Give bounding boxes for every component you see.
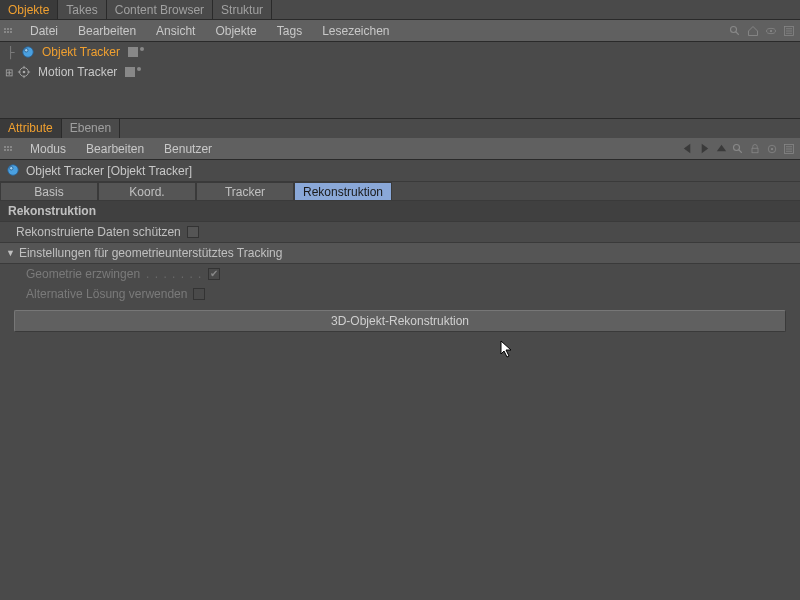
layer-tag-icon[interactable]	[128, 47, 138, 57]
triangle-down-icon: ▼	[6, 248, 15, 258]
force-geometry-label: Geometrie erzwingen	[26, 267, 140, 281]
attribute-panel-tabs: Attribute Ebenen	[0, 119, 800, 138]
row-protect-data: Rekonstruierte Daten schützen	[0, 222, 800, 242]
svg-point-26	[10, 166, 14, 170]
tab-takes[interactable]: Takes	[58, 0, 106, 19]
prop-tab-tracker[interactable]: Tracker	[196, 182, 294, 200]
objects-menubar: Datei Bearbeiten Ansicht Objekte Tags Le…	[0, 20, 800, 42]
motion-tracker-icon	[16, 64, 32, 80]
alt-solution-checkbox[interactable]	[193, 288, 205, 300]
svg-point-11	[23, 71, 26, 74]
menu-datei[interactable]: Datei	[20, 22, 68, 40]
svg-point-3	[770, 29, 772, 31]
menu-ansicht[interactable]: Ansicht	[146, 22, 205, 40]
tree-connector-icon: ├	[4, 46, 18, 58]
row-alt-solution: Alternative Lösung verwenden	[0, 284, 800, 304]
svg-line-17	[739, 149, 742, 152]
prop-tab-rekonstruktion[interactable]: Rekonstruktion	[294, 182, 392, 200]
svg-point-9	[25, 49, 29, 53]
sphere-icon	[20, 44, 36, 60]
layer-tag-icon[interactable]	[125, 67, 135, 77]
menu-objekte[interactable]: Objekte	[205, 22, 266, 40]
property-tabs: Basis Koord. Tracker Rekonstruktion	[0, 182, 800, 201]
nav-back-icon[interactable]	[680, 142, 694, 156]
tab-objekte[interactable]: Objekte	[0, 0, 58, 19]
tab-ebenen[interactable]: Ebenen	[62, 119, 120, 138]
object-header-title: Objekt Tracker [Objekt Tracker]	[26, 164, 192, 178]
force-geometry-checkbox[interactable]: ✔	[208, 268, 220, 280]
svg-point-0	[731, 26, 737, 32]
attribute-menubar: Modus Bearbeiten Benutzer	[0, 138, 800, 160]
eye-icon[interactable]	[764, 24, 778, 38]
panel-menu-icon[interactable]	[782, 24, 796, 38]
object-header: Objekt Tracker [Objekt Tracker]	[0, 160, 800, 182]
menu-lesezeichen[interactable]: Lesezeichen	[312, 22, 399, 40]
panel-menu-icon[interactable]	[782, 142, 796, 156]
tree-label[interactable]: Objekt Tracker	[38, 45, 124, 59]
tree-row-objekt-tracker[interactable]: ├ Objekt Tracker	[0, 42, 800, 62]
prop-tab-basis[interactable]: Basis	[0, 182, 98, 200]
section-heading-rekonstruktion: Rekonstruktion	[0, 201, 800, 222]
alt-solution-label: Alternative Lösung verwenden	[26, 287, 187, 301]
svg-rect-18	[752, 148, 758, 153]
object-tree: ├ Objekt Tracker ⊞ Motion Tracker	[0, 42, 800, 94]
search-icon[interactable]	[731, 142, 745, 156]
dots-separator: . . . . . . .	[146, 267, 202, 281]
tab-struktur[interactable]: Struktur	[213, 0, 272, 19]
search-icon[interactable]	[728, 24, 742, 38]
expand-icon[interactable]: ⊞	[4, 67, 14, 78]
svg-line-1	[736, 31, 739, 34]
svg-point-8	[23, 47, 34, 58]
menu-bearbeiten[interactable]: Bearbeiten	[76, 140, 154, 158]
menu-tags[interactable]: Tags	[267, 22, 312, 40]
tree-tags[interactable]	[125, 67, 141, 77]
protect-data-label: Rekonstruierte Daten schützen	[16, 225, 181, 239]
tab-bar-spacer	[120, 119, 800, 138]
lock-icon[interactable]	[748, 142, 762, 156]
visibility-dot-icon[interactable]	[140, 47, 144, 51]
3d-reconstruction-button[interactable]: 3D-Objekt-Rekonstruktion	[14, 310, 786, 332]
tab-attribute[interactable]: Attribute	[0, 119, 62, 138]
protect-data-checkbox[interactable]	[187, 226, 199, 238]
menu-benutzer[interactable]: Benutzer	[154, 140, 222, 158]
objects-panel-tabs: Objekte Takes Content Browser Struktur	[0, 0, 800, 20]
cursor-icon	[500, 340, 514, 363]
menu-modus[interactable]: Modus	[20, 140, 76, 158]
home-icon[interactable]	[746, 24, 760, 38]
tab-content-browser[interactable]: Content Browser	[107, 0, 213, 19]
grip-icon[interactable]	[4, 24, 14, 38]
grip-icon[interactable]	[4, 142, 14, 156]
sphere-icon	[6, 163, 22, 179]
svg-point-16	[734, 144, 740, 150]
menu-bearbeiten[interactable]: Bearbeiten	[68, 22, 146, 40]
target-icon[interactable]	[765, 142, 779, 156]
tab-bar-spacer	[272, 0, 800, 19]
nav-up-icon[interactable]	[714, 142, 728, 156]
sub-section-title: Einstellungen für geometrieunterstütztes…	[19, 246, 282, 260]
tree-row-motion-tracker[interactable]: ⊞ Motion Tracker	[0, 62, 800, 82]
tree-label[interactable]: Motion Tracker	[34, 65, 121, 79]
nav-forward-icon[interactable]	[697, 142, 711, 156]
visibility-dot-icon[interactable]	[137, 67, 141, 71]
svg-point-20	[771, 147, 773, 149]
prop-tab-koord[interactable]: Koord.	[98, 182, 196, 200]
svg-point-25	[8, 164, 19, 175]
sub-section-geometry-settings[interactable]: ▼ Einstellungen für geometrieunterstützt…	[0, 242, 800, 264]
row-force-geometry: Geometrie erzwingen . . . . . . . ✔	[0, 264, 800, 284]
tree-tags[interactable]	[128, 47, 144, 57]
